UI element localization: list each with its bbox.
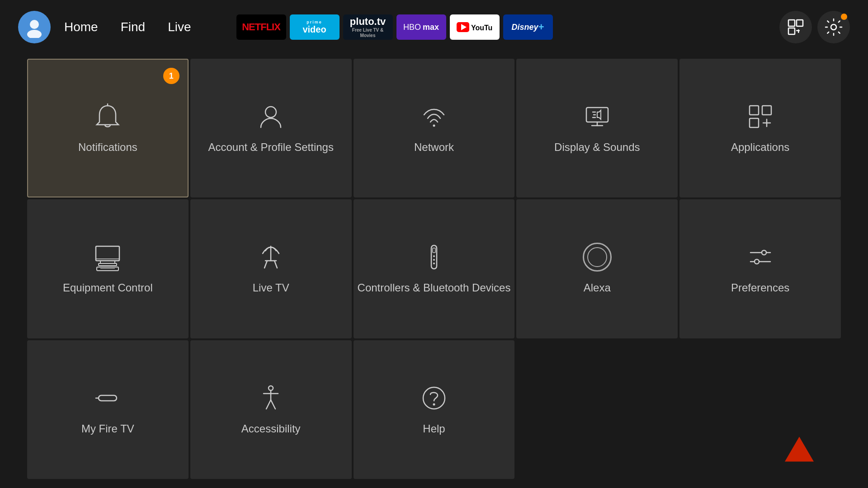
wifi-icon: [420, 102, 448, 131]
svg-rect-5: [788, 20, 795, 26]
svg-line-33: [264, 261, 267, 268]
notifications-label: Notifications: [78, 140, 137, 154]
help-icon: [420, 384, 448, 413]
svg-rect-7: [788, 28, 795, 34]
hbomax-app[interactable]: HBOmax: [396, 14, 446, 40]
main-nav: Home Find Live: [64, 20, 191, 34]
disney-plus-app[interactable]: Disney+: [503, 14, 553, 40]
svg-line-49: [266, 400, 271, 409]
user-avatar[interactable]: [18, 11, 51, 43]
account-label: Account & Profile Settings: [208, 140, 333, 154]
controllers-bluetooth-label: Controllers & Bluetooth Devices: [358, 281, 511, 295]
grid-item-account[interactable]: Account & Profile Settings: [190, 59, 352, 197]
grid-item-live-tv[interactable]: Live TV: [190, 199, 352, 338]
youtube-app[interactable]: YouTube: [450, 14, 500, 40]
grid-item-accessibility[interactable]: Accessibility: [190, 340, 352, 479]
my-fire-tv-icon: [93, 384, 122, 413]
account-icon: [256, 102, 285, 131]
header-action-icons: [779, 11, 850, 43]
preferences-icon: [746, 243, 775, 272]
grid-item-help[interactable]: Help: [354, 340, 515, 479]
svg-point-43: [755, 259, 759, 264]
svg-point-41: [762, 250, 766, 255]
grid-item-network[interactable]: Network: [354, 59, 515, 197]
pluto-tv-app[interactable]: pluto.tv Free Live TV & Movies: [343, 14, 393, 40]
alexa-icon: [583, 243, 612, 272]
help-label: Help: [423, 422, 445, 436]
svg-point-1: [27, 30, 42, 38]
svg-line-34: [274, 261, 277, 268]
svg-rect-36: [433, 248, 435, 253]
streaming-apps: NETFLIX prime video pluto.tv Free Live T…: [236, 14, 553, 40]
svg-line-50: [271, 400, 275, 409]
notification-badge: 1: [163, 68, 179, 84]
svg-point-51: [423, 387, 445, 409]
svg-point-12: [265, 107, 276, 117]
nav-live[interactable]: Live: [168, 20, 191, 34]
prime-video-app[interactable]: prime video: [290, 14, 340, 40]
svg-point-52: [433, 403, 435, 405]
svg-rect-22: [750, 118, 759, 127]
svg-point-46: [269, 386, 273, 390]
svg-rect-25: [96, 246, 119, 261]
svg-rect-6: [797, 20, 803, 26]
display-sounds-icon: [583, 102, 612, 131]
header: Home Find Live NETFLIX prime video pluto…: [0, 0, 868, 54]
red-triangle-indicator: [785, 435, 814, 465]
svg-rect-9: [796, 30, 800, 32]
settings-notification-dot: [841, 14, 847, 20]
equipment-control-label: Equipment Control: [63, 281, 153, 295]
applications-icon: [746, 102, 775, 131]
svg-point-0: [30, 20, 39, 29]
grid-item-equipment-control[interactable]: Equipment Control: [27, 199, 189, 338]
svg-rect-28: [99, 263, 117, 266]
nav-home[interactable]: Home: [64, 20, 98, 34]
settings-button[interactable]: [817, 11, 850, 43]
live-tv-label: Live TV: [253, 281, 289, 295]
accessibility-label: Accessibility: [241, 422, 301, 436]
grid-item-empty-2: [679, 340, 841, 479]
netflix-app[interactable]: NETFLIX: [236, 14, 286, 40]
grid-item-my-fire-tv[interactable]: My Fire TV: [27, 340, 189, 479]
live-tv-icon: [256, 243, 285, 272]
svg-point-38: [433, 259, 435, 261]
alexa-label: Alexa: [584, 281, 611, 295]
svg-rect-21: [762, 106, 771, 115]
svg-point-39: [433, 263, 435, 264]
network-label: Network: [414, 140, 454, 154]
grid-item-alexa[interactable]: Alexa: [516, 199, 678, 338]
applications-label: Applications: [731, 140, 789, 154]
display-sounds-label: Display & Sounds: [554, 140, 640, 154]
svg-rect-29: [97, 267, 118, 271]
grid-item-preferences[interactable]: Preferences: [679, 199, 841, 338]
preferences-label: Preferences: [731, 281, 789, 295]
equipment-control-icon: [93, 243, 122, 272]
settings-grid: 1 Notifications Account & Profile Settin…: [0, 54, 868, 488]
controllers-bluetooth-icon: [420, 243, 448, 272]
grid-item-applications[interactable]: Applications: [679, 59, 841, 197]
my-fire-tv-label: My Fire TV: [81, 422, 134, 436]
svg-point-37: [433, 255, 435, 257]
svg-marker-53: [785, 437, 814, 462]
svg-text:YouTube: YouTube: [471, 24, 493, 32]
svg-point-10: [831, 24, 836, 30]
grid-item-notifications[interactable]: 1 Notifications: [27, 59, 189, 197]
svg-point-13: [433, 125, 435, 127]
apps-grid-button[interactable]: [779, 11, 812, 43]
bell-icon: [93, 102, 122, 131]
nav-find[interactable]: Find: [121, 20, 145, 34]
svg-rect-44: [99, 395, 117, 401]
accessibility-icon: [256, 384, 285, 413]
grid-item-empty-1: [516, 340, 678, 479]
grid-item-display-sounds[interactable]: Display & Sounds: [516, 59, 678, 197]
grid-item-controllers-bluetooth[interactable]: Controllers & Bluetooth Devices: [354, 199, 515, 338]
svg-rect-20: [750, 106, 759, 115]
